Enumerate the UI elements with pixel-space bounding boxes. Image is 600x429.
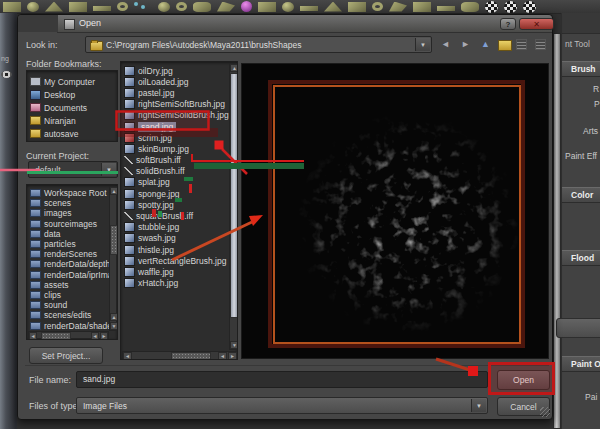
file-name-input[interactable]: sand.jpg — [76, 371, 488, 388]
help-button[interactable]: ? — [500, 18, 516, 30]
detail-view-button[interactable] — [535, 39, 546, 50]
scrollbar-thumb[interactable] — [171, 352, 211, 360]
shelf-cylinder-icon[interactable] — [461, 2, 479, 12]
file-item[interactable]: stubble.jpg — [121, 222, 228, 233]
tool-settings-scrollbar[interactable] — [553, 33, 561, 429]
shelf-checker-icon[interactable] — [504, 1, 517, 13]
scroll-left-icon[interactable]: ◄ — [91, 332, 99, 340]
shelf-cone-icon[interactable] — [45, 2, 63, 12]
set-project-button[interactable]: Set Project... — [29, 347, 103, 364]
shelf-plane-icon[interactable] — [300, 6, 318, 11]
workspace-folder-item[interactable]: renderData/depth — [27, 259, 109, 269]
scroll-right-icon[interactable]: ► — [228, 352, 237, 360]
workspace-folder-item[interactable]: renderData/iprIma — [27, 270, 109, 280]
file-item[interactable]: oilDry.jpg — [121, 65, 228, 76]
scroll-down-icon[interactable]: ▼ — [110, 322, 118, 330]
new-folder-button[interactable] — [498, 40, 512, 51]
shelf-sphere-icon[interactable] — [282, 2, 294, 12]
file-item[interactable]: rightSemiSoftBrush.jpg — [121, 99, 228, 110]
section-paint-operations[interactable]: Paint Ope — [562, 356, 600, 372]
file-item[interactable]: vertRectangleBrush.jpg — [121, 255, 228, 266]
up-one-level-button[interactable]: ▲ — [478, 38, 493, 51]
dialog-titlebar[interactable] — [57, 15, 552, 33]
file-list[interactable]: oilDry.jpgoilLoaded.jpgpastel.jpgrightSe… — [120, 61, 238, 360]
file-item[interactable]: spotty.jpg — [121, 199, 228, 210]
tree-vertical-scrollbar[interactable]: ▲ ▲ ▼ — [109, 186, 117, 331]
file-item[interactable]: thistle.jpg — [121, 244, 228, 255]
file-item[interactable]: solidBrush.iff — [121, 166, 228, 177]
back-button[interactable]: ◄ — [438, 38, 453, 51]
shelf-prism-icon[interactable] — [389, 2, 407, 12]
file-item[interactable]: softBrush.iff — [121, 155, 228, 166]
bookmark-item[interactable]: Niranjan — [27, 114, 117, 127]
shelf-sphere-icon[interactable] — [158, 2, 170, 12]
shelf-cube-icon[interactable] — [69, 2, 87, 12]
shelf-sphere-icon[interactable] — [27, 2, 39, 12]
chevron-down-icon[interactable]: ▼ — [471, 399, 486, 412]
list-view-button[interactable] — [516, 39, 527, 50]
scroll-left-icon[interactable]: ◄ — [29, 332, 37, 340]
files-horizontal-scrollbar[interactable]: ◄ ◄ ► — [122, 351, 238, 360]
file-item[interactable]: scrim.jpg — [121, 132, 228, 143]
scroll-left-icon[interactable]: ◄ — [123, 352, 132, 360]
shelf-cube-icon[interactable] — [258, 2, 276, 12]
maya-shelf[interactable] — [0, 0, 600, 14]
workspace-folder-item[interactable]: particles — [27, 239, 109, 249]
file-item-selected[interactable]: sand.jpg — [121, 121, 228, 132]
bookmark-item[interactable]: Documents — [27, 101, 117, 114]
scroll-up-icon[interactable]: ▲ — [110, 313, 118, 321]
shelf-cone-icon[interactable] — [324, 2, 342, 12]
scrollbar-thumb[interactable] — [41, 332, 71, 340]
chevron-down-icon[interactable]: ▼ — [101, 163, 116, 176]
shelf-cube-icon[interactable] — [348, 2, 366, 12]
folder-bookmarks-list[interactable]: My ComputerDesktopDocumentsNiranjanautos… — [26, 70, 118, 142]
bookmark-item[interactable]: My Computer — [27, 75, 117, 88]
section-brush[interactable]: Brush — [562, 61, 600, 77]
open-button[interactable]: Open — [497, 370, 550, 390]
workspace-folder-item[interactable]: Workspace Root — [27, 188, 109, 198]
section-flood[interactable]: Flood — [562, 250, 600, 266]
workspace-folder-item[interactable]: renderData/shade — [27, 320, 109, 330]
panel-button[interactable] — [556, 318, 600, 338]
file-item[interactable]: sponge.jpg — [121, 188, 228, 199]
shelf-cube-icon[interactable] — [413, 2, 431, 12]
chevron-down-icon[interactable]: ▼ — [415, 38, 430, 51]
files-of-type-combobox[interactable]: Image Files ▼ — [76, 397, 488, 414]
file-item[interactable]: swash.jpg — [121, 233, 228, 244]
bookmark-item[interactable]: Desktop — [27, 88, 117, 101]
file-item[interactable]: splat.jpg — [121, 177, 228, 188]
bookmark-item[interactable]: autosave — [27, 127, 117, 140]
section-color[interactable]: Color — [562, 187, 600, 203]
workspace-folder-item[interactable]: renderScenes — [27, 249, 109, 259]
workspace-folder-item[interactable]: scenes — [27, 198, 109, 208]
scroll-right-icon[interactable]: ► — [100, 332, 108, 340]
shelf-checker-icon[interactable] — [523, 1, 536, 13]
scrollbar-thumb[interactable] — [110, 225, 118, 255]
scroll-down-icon[interactable]: ▼ — [230, 341, 238, 349]
shelf-drops-icon[interactable] — [134, 2, 152, 12]
shelf-torus-icon[interactable] — [176, 2, 187, 11]
close-button[interactable]: ✕ — [519, 18, 554, 30]
shelf-torus-icon[interactable] — [372, 2, 383, 11]
workspace-folder-item[interactable]: clips — [27, 290, 109, 300]
file-item[interactable]: xHatch.jpg — [121, 278, 228, 289]
shelf-purple-icon[interactable] — [241, 1, 252, 12]
forward-button[interactable]: ► — [458, 38, 473, 51]
files-vertical-scrollbar[interactable]: ▲ ▼ — [229, 63, 238, 350]
scroll-left-icon[interactable]: ◄ — [218, 352, 227, 360]
shelf-cylinder-icon[interactable] — [193, 2, 211, 12]
workspace-folder-item[interactable]: scenes/edits — [27, 310, 109, 320]
workspace-folder-item[interactable]: assets — [27, 280, 109, 290]
scroll-up-icon[interactable]: ▲ — [110, 187, 118, 195]
workspace-folder-item[interactable]: sourceimages — [27, 219, 109, 229]
shelf-prism-icon[interactable] — [217, 2, 235, 12]
file-item[interactable]: pastel.jpg — [121, 87, 228, 98]
file-item[interactable]: skinBump.jpg — [121, 143, 228, 154]
scroll-up-icon[interactable]: ▲ — [230, 64, 238, 72]
shelf-plane-icon[interactable] — [93, 6, 111, 11]
shelf-cube-icon[interactable] — [3, 2, 21, 12]
tree-horizontal-scrollbar[interactable]: ◄ ◄ ► — [28, 331, 109, 339]
shelf-plane-icon[interactable] — [437, 6, 455, 11]
current-project-combobox[interactable]: default ▼ — [28, 161, 118, 178]
shelf-checker-icon[interactable] — [485, 1, 498, 13]
